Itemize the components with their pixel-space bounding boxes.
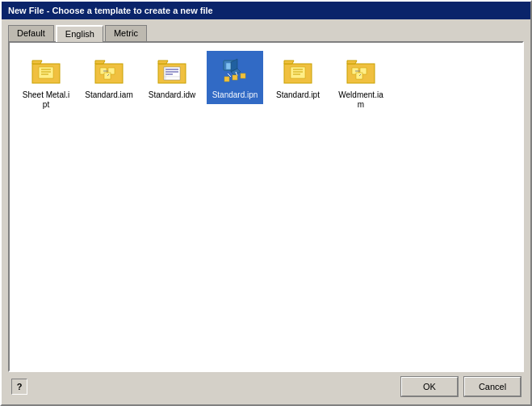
file-label-standard-ipn: Standard.ipn	[212, 90, 258, 100]
svg-marker-37	[347, 61, 357, 64]
svg-marker-31	[284, 61, 294, 64]
title-bar: New File - Choose a template to create a…	[2, 2, 530, 19]
tab-bar: Default English Metric	[8, 24, 524, 41]
svg-rect-29	[241, 73, 245, 78]
file-icon-standard-idw	[156, 55, 188, 87]
ok-button[interactable]: OK	[401, 377, 458, 396]
file-icon-standard-iam	[93, 55, 125, 87]
file-item-standard-ipt[interactable]: Standard.ipt	[270, 51, 326, 104]
file-icon-sheet-metal-ipt	[30, 55, 62, 87]
svg-rect-15	[164, 67, 180, 80]
file-icon-standard-ipn	[219, 55, 251, 87]
help-button[interactable]: ?	[11, 379, 27, 395]
file-label-standard-iam: Standard.iam	[85, 90, 132, 100]
file-label-weldment-iam: Weldment.iam	[337, 90, 385, 110]
file-label-standard-idw: Standard.idw	[149, 90, 195, 100]
svg-marker-14	[158, 61, 168, 64]
file-label-standard-ipt: Standard.ipt	[276, 90, 320, 100]
cancel-button[interactable]: Cancel	[464, 377, 521, 396]
svg-marker-1	[32, 61, 42, 64]
svg-rect-2	[39, 67, 53, 78]
tab-default[interactable]: Default	[8, 25, 54, 42]
tab-english[interactable]: English	[56, 25, 103, 42]
file-item-standard-iam[interactable]: Standard.iam	[81, 51, 137, 104]
dialog-title: New File - Choose a template to create a…	[8, 6, 213, 15]
file-label-sheet-metal-ipt: Sheet Metal.ipt	[22, 90, 70, 110]
svg-rect-32	[291, 67, 305, 78]
btn-group: OK Cancel	[401, 377, 521, 396]
svg-line-25	[228, 73, 231, 77]
svg-marker-7	[95, 61, 105, 64]
file-grid: Sheet Metal.ipt	[18, 51, 514, 114]
file-icon-standard-ipt	[282, 55, 314, 87]
dialog-body: Default English Metric	[2, 19, 530, 404]
file-item-sheet-metal-ipt[interactable]: Sheet Metal.ipt	[18, 51, 74, 114]
file-item-standard-idw[interactable]: Standard.idw	[144, 51, 200, 104]
tab-metric[interactable]: Metric	[105, 25, 147, 42]
file-item-weldment-iam[interactable]: Weldment.iam	[333, 51, 389, 114]
file-icon-weldment-iam	[345, 55, 377, 87]
bottom-bar: ? OK Cancel	[8, 372, 524, 398]
svg-rect-27	[224, 77, 229, 82]
dialog: New File - Choose a template to create a…	[0, 0, 532, 406]
content-area: Sheet Metal.ipt	[8, 41, 524, 372]
file-item-standard-ipn[interactable]: Standard.ipn	[207, 51, 263, 104]
svg-rect-28	[232, 75, 237, 80]
